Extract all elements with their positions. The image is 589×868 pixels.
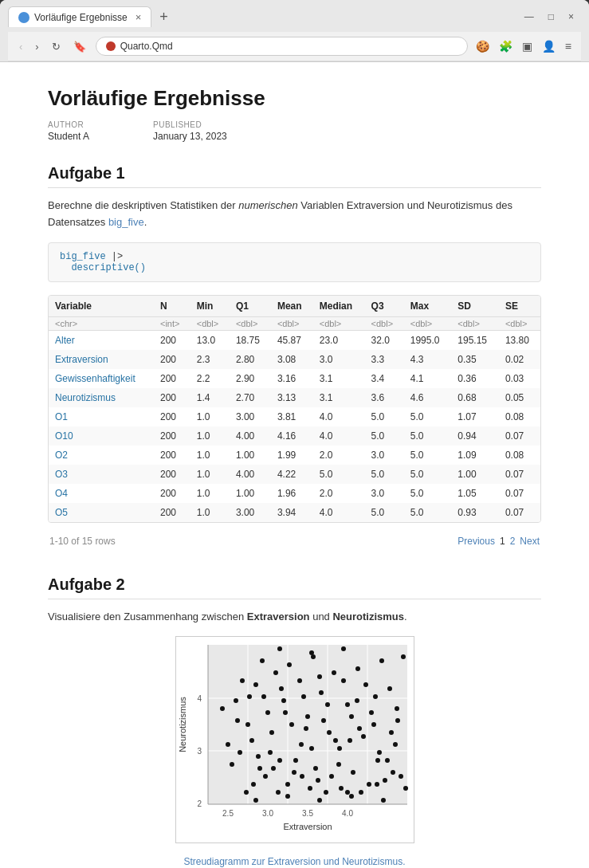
new-tab-button[interactable]: + [155,7,173,27]
table-cell-6-2: 1.0 [190,446,230,465]
table-cell-6-6: 3.0 [365,446,404,465]
svg-point-70 [283,710,288,715]
tab-favicon [18,12,29,23]
sidebar-toggle-icon[interactable]: ▣ [520,38,534,54]
browser-titlebar: Vorläufige Ergebnisse × + — □ × ‹ › ↻ 🔖 … [0,0,589,62]
svg-point-88 [299,742,304,747]
aufgabe1-section: Aufgabe 1 Berechne die deskriptiven Stat… [48,164,541,552]
scatter-container: 2.5 3.0 3.5 4.0 2 3 4 Extraversion Neuro… [167,636,422,843]
page-content: Vorläufige Ergebnisse AUTHOR Student A P… [0,62,589,868]
forward-button[interactable]: › [32,39,41,54]
svg-text:4: 4 [197,694,202,703]
cookie-icon[interactable]: 🍪 [474,38,491,54]
aufgabe2-extraversion: Extraversion [247,611,310,623]
code-line2-indent [60,262,71,273]
svg-point-15 [345,702,350,707]
table-cell-2-3: 2.90 [230,369,271,388]
close-button[interactable]: × [564,10,578,24]
browser-tab-active[interactable]: Vorläufige Ergebnisse × [8,6,151,27]
subtype-q3: <dbl> [365,316,404,330]
maximize-button[interactable]: □ [544,10,558,24]
svg-point-58 [332,670,336,675]
table-cell-6-5: 2.0 [313,446,365,465]
scatter-caption-link[interactable]: Streudiagramm zur Extraversion und Neuro… [183,856,405,867]
svg-point-77 [359,790,363,795]
svg-point-34 [395,718,400,723]
table-cell-5-8: 0.94 [451,426,499,446]
svg-point-66 [240,678,245,683]
table-cell-3-1: 200 [154,388,190,407]
svg-point-101 [341,646,346,651]
previous-page-button[interactable]: Previous [457,536,495,547]
svg-point-83 [226,742,230,747]
site-favicon [106,41,116,51]
table-cell-3-2: 1.4 [190,388,230,407]
table-cell-0-0: Alter [49,330,154,350]
table-cell-8-6: 3.0 [365,484,404,503]
table-cell-5-6: 5.0 [365,426,404,446]
svg-point-82 [220,706,225,711]
table-subtype-row: <chr> <int> <dbl> <dbl> <dbl> <dbl> <dbl… [49,316,540,330]
next-page-button[interactable]: Next [520,536,540,547]
tab-close-button[interactable]: × [135,11,142,23]
back-button[interactable]: ‹ [16,39,26,54]
table-cell-4-3: 3.00 [230,407,271,426]
svg-point-37 [273,670,278,675]
reload-button[interactable]: ↻ [49,39,64,54]
table-cell-2-5: 3.1 [313,369,365,388]
svg-point-59 [345,790,350,795]
browser-toolbar: ‹ › ↻ 🔖 Quarto.Qmd 🍪 🧩 ▣ 👤 ≡ [8,32,581,61]
puzzle-icon[interactable]: 🧩 [497,38,514,54]
table-cell-5-3: 4.00 [230,426,271,446]
table-cell-9-1: 200 [154,503,190,522]
big-five-link[interactable]: big_five [108,216,144,228]
svg-point-52 [268,750,273,755]
table-cell-8-5: 2.0 [313,484,365,503]
menu-icon[interactable]: ≡ [563,38,573,54]
table-cell-7-0: O3 [49,465,154,484]
table-row: O52001.03.003.944.05.05.00.930.07 [49,503,540,522]
aufgabe2-desc-und: und [310,611,333,623]
col-n: N [154,296,190,317]
aufgabe2-neurotizismus: Neurotizismus [332,611,404,623]
bookmark-button[interactable]: 🔖 [70,39,89,54]
svg-point-95 [285,794,290,799]
svg-point-69 [271,766,276,771]
col-se: SE [499,296,540,317]
svg-text:2: 2 [197,799,202,808]
col-mean: Mean [271,296,313,317]
table-cell-2-9: 0.03 [499,369,540,388]
svg-point-60 [355,666,360,671]
svg-point-89 [319,690,324,695]
col-median: Median [313,296,365,317]
page1-button[interactable]: 1 [500,536,505,547]
table-cell-8-9: 0.07 [499,484,540,503]
page2-button[interactable]: 2 [510,536,516,547]
table-cell-6-4: 1.99 [271,446,313,465]
svg-point-76 [348,738,352,743]
table-cell-7-7: 5.0 [404,465,452,484]
minimize-button[interactable]: — [520,10,538,24]
svg-point-55 [300,774,304,779]
svg-point-13 [321,718,326,723]
table-cell-4-0: O1 [49,407,154,426]
table-cell-4-1: 200 [154,407,190,426]
profile-icon[interactable]: 👤 [540,38,557,54]
table-cell-3-4: 3.13 [271,388,313,407]
svg-point-73 [316,778,320,783]
svg-point-63 [391,770,395,775]
table-cell-7-5: 5.0 [313,465,365,484]
svg-point-12 [309,746,314,751]
table-cell-7-4: 4.22 [271,465,313,484]
svg-point-38 [285,782,290,787]
table-row: O32001.04.004.225.05.05.01.000.07 [49,465,540,484]
svg-point-97 [349,794,354,799]
svg-point-57 [324,790,328,795]
svg-point-86 [256,754,261,759]
svg-point-50 [244,790,249,795]
aufgabe2-title: Aufgabe 2 [48,575,541,599]
address-bar[interactable]: Quarto.Qmd [96,37,468,56]
svg-point-84 [235,718,240,723]
table-cell-3-9: 0.05 [499,388,540,407]
tab-title: Vorläufige Ergebnisse [34,12,128,23]
